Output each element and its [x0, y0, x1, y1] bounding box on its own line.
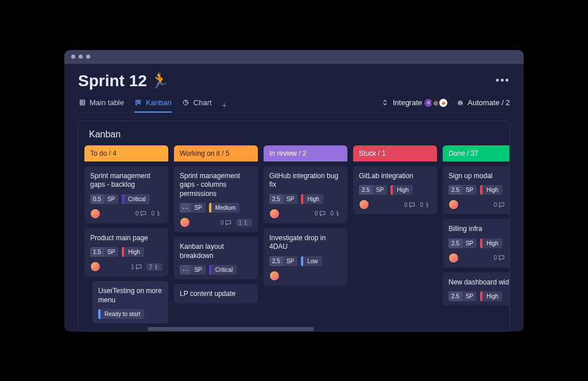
chart-icon — [182, 99, 190, 107]
story-points-badge: 2.5SP — [448, 185, 477, 195]
column-stuck: Stuck / 1 GitLab integration 2.5SP High — [353, 145, 437, 331]
avatar[interactable] — [359, 199, 369, 210]
column-header[interactable]: Stuck / 1 — [353, 145, 437, 161]
card-title: LP content update — [180, 290, 252, 299]
card-title: Sprint management gaps - columns permiss… — [180, 172, 252, 199]
column-header-label: In review / 2 — [269, 149, 307, 157]
subitems-icon — [243, 220, 250, 226]
card-title: Sprint management gaps - backlog — [90, 172, 163, 190]
subitems-icon — [335, 210, 342, 217]
svg-point-10 — [461, 103, 461, 103]
kanban-card[interactable]: Billing infra 2.5SP High 0 0 — [443, 219, 509, 268]
priority-badge: Low — [301, 256, 322, 266]
kanban-card[interactable]: GitLab integration 2.5SP High 0 0 — [353, 166, 437, 215]
card-stats: 0 0 — [315, 210, 342, 217]
comments-count[interactable]: 0 — [494, 255, 505, 261]
integrate-button[interactable]: Integrate # ◎ ◆ — [381, 98, 448, 107]
more-menu-button[interactable]: ••• — [496, 75, 510, 87]
priority-badge: Critical — [209, 265, 237, 275]
kanban-card[interactable]: Sprint management gaps - columns permiss… — [174, 166, 258, 233]
priority-badge: Critical — [122, 194, 150, 204]
card-stats: 0 0 — [136, 210, 163, 217]
avatar[interactable] — [90, 209, 100, 219]
card-footer: 0 0 — [90, 209, 163, 219]
tab-main-table[interactable]: Main table — [78, 98, 124, 111]
tabs-row: Main table Kanban Chart + — [78, 98, 510, 113]
comments-count[interactable]: 0 — [315, 210, 326, 217]
tab-kanban[interactable]: Kanban — [134, 98, 172, 113]
comments-count[interactable]: 0 — [404, 202, 416, 208]
kanban-card[interactable]: GitHub integration bug fix 2.5SP High 0 … — [264, 166, 347, 224]
story-points-badge: 2.5SP — [269, 256, 297, 266]
avatar[interactable] — [90, 261, 100, 272]
kanban-card[interactable]: Sign up modal 2.5SP High 0 0 — [443, 166, 509, 215]
svg-point-9 — [459, 103, 459, 103]
kanban-card[interactable]: Kanban layout breakdown - -SP Critical — [174, 237, 258, 279]
column-todo: To do / 4 Sprint management gaps - backl… — [84, 145, 168, 331]
card-badges: 2.5SP High — [269, 194, 342, 204]
card-badges: 1.5SP High — [90, 247, 163, 257]
avatar[interactable] — [180, 217, 190, 228]
comment-icon — [140, 210, 146, 217]
story-points-badge: 1.5SP — [90, 247, 118, 257]
subitems-count[interactable]: 0 — [151, 210, 163, 217]
kanban-card[interactable]: Investigate drop in 4DAU 2.5SP Low — [264, 228, 347, 286]
avatar[interactable] — [448, 199, 459, 210]
subitems-icon — [425, 202, 431, 208]
board-title[interactable]: Sprint 12 🏃 — [78, 72, 169, 90]
subitems-count[interactable]: 2 — [146, 263, 163, 271]
runner-emoji: 🏃 — [150, 72, 169, 90]
priority-badge: Medium — [209, 203, 240, 213]
priority-badge: High — [301, 194, 323, 204]
avatar[interactable] — [269, 271, 280, 281]
kanban-card[interactable]: Product main page 1.5SP High 1 2 — [84, 228, 168, 277]
panel-title: Kanban — [79, 121, 509, 145]
comments-count[interactable]: 0 — [220, 220, 232, 226]
card-badges: 0.5SP Critical — [90, 194, 163, 204]
app-window: Sprint 12 🏃 ••• Main table Kanban — [64, 50, 524, 332]
tab-chart[interactable]: Chart — [182, 98, 212, 111]
kanban-icon — [134, 98, 142, 106]
subitems-count[interactable]: 0 — [330, 210, 342, 217]
card-badges: 2.5SP High — [448, 238, 509, 248]
avatar[interactable] — [448, 253, 459, 263]
story-points-badge: 2.5SP — [448, 291, 477, 301]
board-title-text: Sprint 12 — [78, 72, 147, 90]
avatar[interactable] — [269, 209, 280, 219]
add-view-button[interactable]: + — [222, 101, 227, 110]
column-working: Working on it / 5 Sprint management gaps… — [174, 145, 258, 331]
story-points-badge: - -SP — [180, 265, 206, 275]
story-points-badge: 2.5SP — [269, 194, 297, 204]
comments-count[interactable]: 1 — [131, 264, 142, 270]
card-title: GitLab integration — [359, 172, 431, 181]
comments-count[interactable]: 0 — [136, 210, 147, 217]
card-title: UserTesting on more menu — [98, 287, 163, 305]
kanban-subcard[interactable]: UserTesting on more menu Ready to start — [92, 281, 168, 324]
kanban-card[interactable]: LP content update — [174, 284, 258, 303]
subitems-icon — [156, 210, 163, 217]
story-points-badge: - -SP — [180, 203, 206, 213]
subitems-count[interactable]: 0 — [420, 202, 431, 208]
column-body: GitHub integration bug fix 2.5SP High 0 … — [264, 161, 347, 286]
card-footer: 0 0 — [448, 199, 509, 210]
card-footer: 0 0 — [448, 253, 509, 263]
kanban-card[interactable]: New dashboard widget 2.5SP High — [443, 272, 509, 306]
kanban-columns: To do / 4 Sprint management gaps - backl… — [79, 145, 509, 331]
column-header[interactable]: In review / 2 — [264, 145, 347, 161]
column-header[interactable]: Done / 37 — [443, 145, 509, 161]
integrate-icon — [381, 99, 389, 107]
kanban-card[interactable]: Sprint management gaps - backlog 0.5SP C… — [84, 166, 168, 224]
comments-count[interactable]: 0 — [494, 202, 505, 208]
status-badge: Ready to start — [98, 309, 144, 319]
subitems-count[interactable]: 1 — [236, 219, 252, 226]
column-header[interactable]: To do / 4 — [84, 145, 168, 161]
column-body: GitLab integration 2.5SP High 0 0 — [353, 161, 437, 215]
column-header-label: Working on it / 5 — [180, 149, 229, 157]
comment-icon — [498, 255, 505, 261]
priority-badge: High — [122, 247, 144, 257]
priority-badge: High — [480, 238, 502, 248]
horizontal-scrollbar[interactable] — [148, 327, 314, 331]
automate-button[interactable]: Automate / 2 — [456, 98, 510, 107]
column-header[interactable]: Working on it / 5 — [174, 145, 258, 161]
tabs-left: Main table Kanban Chart + — [78, 98, 227, 112]
